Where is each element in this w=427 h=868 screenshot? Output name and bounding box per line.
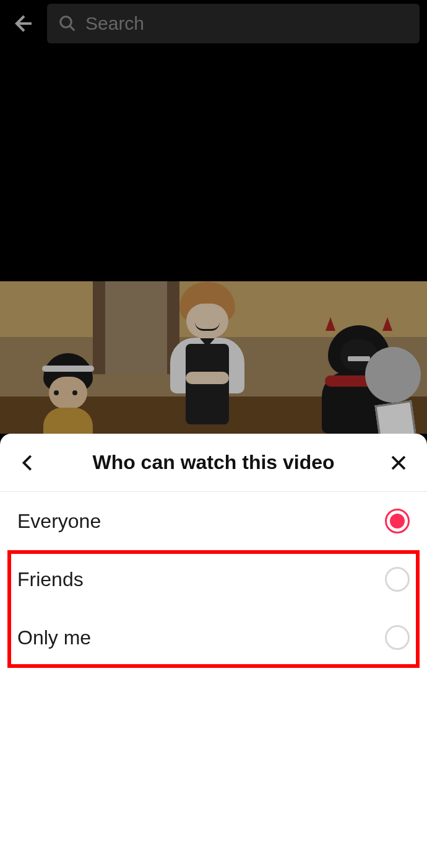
video-area[interactable] [0,0,427,434]
chevron-left-icon [19,454,38,472]
top-header [0,0,427,46]
sheet-close-button[interactable] [385,449,412,476]
option-label: Only me [17,626,91,649]
radio-button[interactable] [385,567,410,592]
radio-button[interactable] [385,509,410,533]
video-scene [0,281,427,434]
privacy-sheet: Who can watch this video Everyone Friend… [0,434,427,868]
video-frame [0,281,427,434]
radio-button[interactable] [385,625,410,650]
search-input[interactable] [85,13,408,34]
search-icon [58,14,77,33]
svg-point-0 [61,16,72,27]
back-button[interactable] [7,9,37,38]
privacy-options: Everyone Friends Only me [0,492,427,667]
avatar[interactable] [365,347,421,403]
option-label: Everyone [17,510,101,533]
privacy-option-everyone[interactable]: Everyone [17,492,410,550]
option-label: Friends [17,568,84,591]
search-box[interactable] [47,4,420,43]
privacy-option-only-me[interactable]: Only me [17,608,410,667]
sheet-title: Who can watch this video [42,451,385,474]
close-icon [389,454,408,472]
sheet-back-button[interactable] [15,449,42,476]
arrow-left-icon [11,12,33,35]
sheet-header: Who can watch this video [0,434,427,492]
privacy-option-friends[interactable]: Friends [17,550,410,608]
